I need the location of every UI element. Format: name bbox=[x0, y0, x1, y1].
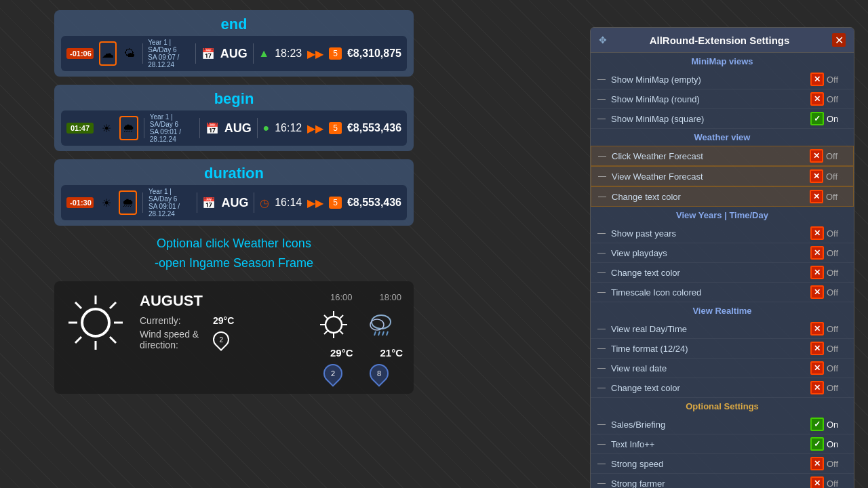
years-toggle-2[interactable]: ✕ Off bbox=[810, 266, 847, 279]
years-row-0: — Show past years ✕ Off bbox=[591, 224, 854, 243]
chevron-icon-3: ◷ bbox=[260, 197, 269, 209]
duration-row: -01:30 ☀ 🌧 Year 1 | SA/Day 6 SA 09:01 / … bbox=[61, 185, 407, 220]
end-month: AUG bbox=[220, 47, 248, 61]
close-button[interactable]: ✕ bbox=[832, 33, 846, 47]
divider-7 bbox=[142, 192, 143, 213]
forecast-time-2: 18:00 bbox=[380, 292, 402, 302]
begin-time-badge: 01:47 bbox=[66, 123, 94, 134]
duration-num-badge: 5 bbox=[329, 197, 342, 209]
end-num-badge: 5 bbox=[329, 47, 342, 60]
svg-line-23 bbox=[387, 331, 388, 336]
divider-6 bbox=[257, 118, 258, 138]
toggle-x-icon: ✕ bbox=[810, 381, 824, 394]
svg-line-8 bbox=[75, 337, 81, 343]
optional-row-3: — Strong farmer ✕ Off bbox=[591, 474, 854, 488]
weather-toggle-0[interactable]: ✕ Off bbox=[810, 149, 846, 163]
weather-row-0: — Click Weather Forecast ✕ Off bbox=[591, 146, 854, 166]
begin-weather-icon-2[interactable]: 🌧 bbox=[119, 116, 138, 140]
toggle-x-icon: ✕ bbox=[810, 169, 823, 183]
svg-line-15 bbox=[339, 330, 343, 334]
optional-toggle-2[interactable]: ✕ Off bbox=[810, 457, 847, 470]
weather-toggle-1[interactable]: ✕ Off bbox=[810, 169, 846, 183]
begin-year-info: Year 1 | SA/Day 6 SA 09:01 / 28.12.24 bbox=[150, 113, 194, 143]
forecast-icon-1 bbox=[317, 308, 351, 342]
years-row-3: — Timescale Icon colored ✕ Off bbox=[591, 283, 854, 302]
end-row: -01:06 ☁ 🌤 Year 1 | SA/Day 6 SA 09:07 / … bbox=[61, 36, 407, 71]
optional-toggle-3[interactable]: ✕ Off bbox=[810, 476, 847, 488]
section-weather-header: Weather view bbox=[591, 129, 854, 146]
forecast-temp-2: 21°C bbox=[380, 347, 403, 359]
realtime-toggle-3[interactable]: ✕ Off bbox=[810, 381, 847, 394]
toggle-x-icon: ✕ bbox=[810, 190, 823, 203]
realtime-toggle-0[interactable]: ✕ Off bbox=[810, 322, 847, 336]
begin-block: begin 01:47 ☀ 🌧 Year 1 | SA/Day 6 SA 09:… bbox=[54, 85, 414, 151]
end-label: end bbox=[61, 16, 407, 33]
minimap-row-0: — Show MiniMap (empty) ✕ Off bbox=[591, 70, 854, 89]
realtime-toggle-2[interactable]: ✕ Off bbox=[810, 361, 847, 375]
begin-clock: 16:12 bbox=[275, 122, 302, 134]
weather-info: AUGUST Currently: 29°C Wind speed &direc… bbox=[140, 292, 303, 353]
toggle-x-icon: ✕ bbox=[810, 476, 824, 488]
svg-line-6 bbox=[110, 337, 116, 343]
years-toggle-1[interactable]: ✕ Off bbox=[810, 246, 847, 260]
move-icon[interactable]: ✥ bbox=[599, 35, 607, 45]
divider-3 bbox=[253, 43, 254, 64]
arrow-icon-3: ▶▶ bbox=[307, 197, 323, 209]
optional-toggle-1[interactable]: ✓ On bbox=[810, 437, 847, 451]
svg-point-18 bbox=[372, 315, 391, 329]
years-toggle-3[interactable]: ✕ Off bbox=[810, 285, 847, 299]
arrow-icon-1: ▶▶ bbox=[307, 47, 323, 60]
toggle-x-icon: ✕ bbox=[810, 457, 824, 470]
toggle-check-icon: ✓ bbox=[810, 112, 824, 125]
end-weather-icon-2[interactable]: 🌤 bbox=[122, 43, 136, 64]
divider-5 bbox=[199, 118, 200, 138]
weather-toggle-2[interactable]: ✕ Off bbox=[810, 190, 846, 203]
left-panel: end -01:06 ☁ 🌤 Year 1 | SA/Day 6 SA 09:0… bbox=[54, 10, 414, 394]
optional-click-text: Optional click Weather Icons -open Ingam… bbox=[54, 234, 414, 273]
minimap-toggle-0[interactable]: ✕ Off bbox=[810, 73, 847, 86]
realtime-row-3: — Change text color ✕ Off bbox=[591, 378, 854, 398]
toggle-x-icon: ✕ bbox=[810, 342, 824, 355]
end-weather-icon-1[interactable]: ☁ bbox=[99, 41, 117, 66]
end-block: end -01:06 ☁ 🌤 Year 1 | SA/Day 6 SA 09:0… bbox=[54, 10, 414, 77]
toggle-x-icon: ✕ bbox=[810, 73, 824, 86]
section-realtime-header: View Realtime bbox=[591, 302, 854, 319]
section-optional-header: Optional Settings bbox=[591, 398, 854, 415]
duration-year-info: Year 1 | SA/Day 6 SA 09:01 / 28.12.24 bbox=[149, 188, 191, 218]
duration-clock: 16:14 bbox=[275, 197, 302, 209]
svg-line-21 bbox=[378, 331, 380, 336]
toggle-check-icon: ✓ bbox=[810, 437, 824, 451]
minimap-row-2: — Show MiniMap (square) ✓ On bbox=[591, 109, 854, 129]
weather-row-2: — Change text color ✕ Off bbox=[591, 186, 854, 207]
divider-9 bbox=[254, 192, 254, 213]
divider-4 bbox=[144, 118, 144, 138]
minimap-row-1: — Show MiniMap (round) ✕ Off bbox=[591, 89, 854, 109]
optional-row-2: — Strong speed ✕ Off bbox=[591, 454, 854, 474]
begin-month: AUG bbox=[224, 121, 252, 136]
begin-label: begin bbox=[61, 90, 407, 108]
settings-title: AllRound-Extension Settings bbox=[607, 35, 832, 46]
years-toggle-0[interactable]: ✕ Off bbox=[810, 226, 847, 240]
section-years-header: View Years | Time/Day bbox=[591, 207, 854, 224]
duration-weather-icon-2[interactable]: 🌧 bbox=[119, 190, 137, 215]
svg-point-0 bbox=[82, 309, 109, 336]
divider-1 bbox=[142, 43, 143, 64]
svg-line-20 bbox=[374, 331, 376, 336]
forecast-temps: 29°C 21°C bbox=[330, 347, 403, 359]
realtime-toggle-1[interactable]: ✕ Off bbox=[810, 342, 847, 355]
optional-toggle-0[interactable]: ✓ On bbox=[810, 418, 847, 431]
end-time-badge: -01:06 bbox=[66, 48, 94, 59]
minimap-toggle-1[interactable]: ✕ Off bbox=[810, 92, 847, 106]
begin-num-badge: 5 bbox=[329, 122, 342, 134]
duration-weather-icon-1[interactable]: ☀ bbox=[99, 192, 113, 213]
sun-icon-large bbox=[65, 292, 126, 356]
weather-panel: AUGUST Currently: 29°C Wind speed &direc… bbox=[54, 281, 414, 394]
begin-weather-icon-1[interactable]: ☀ bbox=[99, 118, 114, 138]
forecast-pins-row: 2 8 bbox=[323, 364, 403, 383]
minimap-toggle-2[interactable]: ✓ On bbox=[810, 112, 847, 125]
begin-money: €8,553,436 bbox=[347, 122, 401, 134]
svg-line-16 bbox=[339, 315, 343, 319]
divider-2 bbox=[195, 43, 196, 64]
forecast-pin-1: 2 bbox=[319, 360, 347, 387]
forecast-pin-2: 8 bbox=[366, 360, 393, 387]
